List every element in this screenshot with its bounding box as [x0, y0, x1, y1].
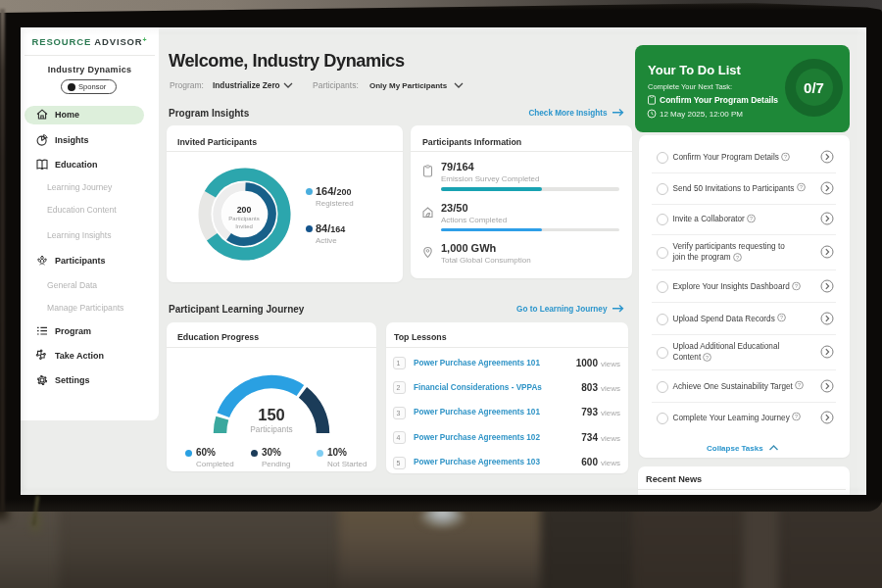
- svg-text:?: ?: [795, 414, 798, 419]
- svg-text:?: ?: [736, 254, 739, 260]
- svg-text:?: ?: [780, 315, 783, 320]
- svg-text:?: ?: [706, 354, 709, 360]
- svg-text:?: ?: [795, 283, 798, 289]
- svg-text:?: ?: [750, 216, 753, 221]
- svg-text:?: ?: [798, 382, 801, 388]
- svg-text:?: ?: [784, 154, 787, 160]
- svg-text:?: ?: [800, 184, 803, 190]
